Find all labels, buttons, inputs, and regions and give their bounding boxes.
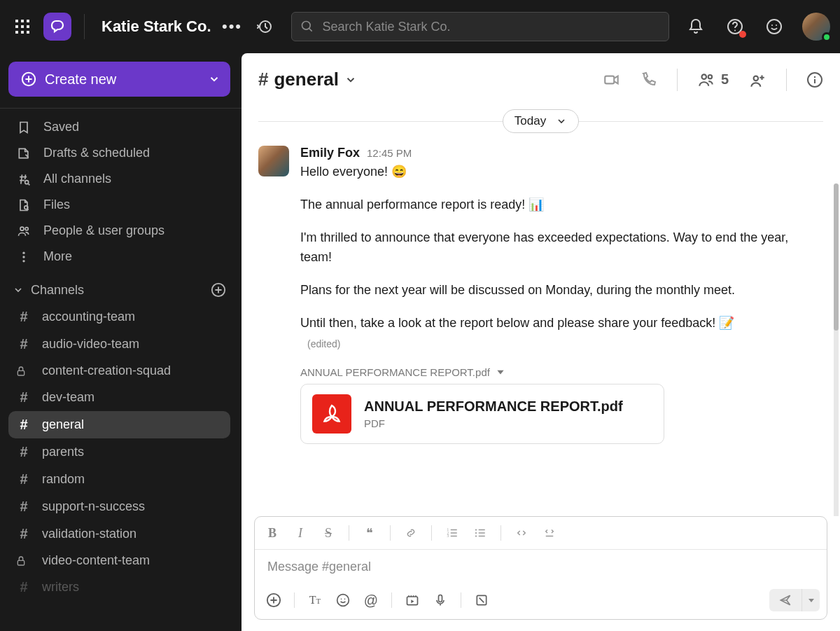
- create-new-button[interactable]: Create new: [8, 62, 230, 97]
- svg-point-22: [22, 256, 24, 258]
- scrollbar-thumb[interactable]: [834, 183, 839, 331]
- quote-button[interactable]: ❝: [358, 521, 382, 545]
- sidebar-item-saved[interactable]: Saved: [8, 114, 230, 140]
- notifications-button[interactable]: [685, 15, 707, 38]
- text-format-toggle-button[interactable]: TT: [303, 588, 327, 612]
- svg-rect-1: [21, 20, 24, 22]
- strikethrough-button[interactable]: S: [316, 521, 340, 545]
- italic-button[interactable]: I: [288, 521, 312, 545]
- file-icon: [15, 198, 32, 212]
- sidebar-item-label: Drafts & scheduled: [43, 146, 150, 160]
- message-text: Hello everyone! 😄 The annual performance…: [300, 162, 823, 354]
- ordered-list-button[interactable]: 123: [440, 521, 464, 545]
- divider: [349, 525, 349, 541]
- channel-item-validation-station[interactable]: #validation-station: [8, 520, 230, 548]
- divider: [786, 69, 787, 91]
- user-avatar[interactable]: [802, 13, 830, 41]
- bullet-list-button[interactable]: [468, 521, 492, 545]
- record-audio-button[interactable]: [428, 588, 452, 612]
- hash-icon: #: [15, 499, 32, 515]
- sidebar: Create new Saved Drafts & scheduled All …: [0, 53, 241, 631]
- mention-button[interactable]: @: [359, 588, 383, 612]
- voice-call-button[interactable]: [640, 71, 657, 88]
- channel-item-general[interactable]: #general: [8, 411, 230, 438]
- scrollbar[interactable]: [834, 183, 839, 516]
- sidebar-item-people[interactable]: People & user groups: [8, 218, 230, 244]
- sidebar-item-files[interactable]: Files: [8, 192, 230, 218]
- send-options-button[interactable]: [802, 589, 820, 611]
- day-separator: Today: [258, 109, 823, 133]
- channels-section-header[interactable]: Channels: [8, 270, 230, 303]
- day-separator-button[interactable]: Today: [503, 109, 579, 133]
- emoji-status-button[interactable]: [763, 15, 785, 38]
- sidebar-item-all-channels[interactable]: All channels: [8, 166, 230, 192]
- format-toolbar: B I S ❝ 123: [255, 517, 827, 550]
- emoji-button[interactable]: [331, 588, 355, 612]
- workspace-more-button[interactable]: •••: [221, 15, 244, 38]
- attachment-header[interactable]: ANNUAL PERFORMANCE REPORT.pdf: [300, 366, 823, 378]
- code-button[interactable]: [510, 521, 533, 545]
- channel-item-parents[interactable]: #parents: [8, 438, 230, 466]
- message-author[interactable]: Emily Fox: [300, 146, 360, 160]
- sidebar-item-label: More: [43, 249, 72, 264]
- shortcuts-button[interactable]: [470, 588, 493, 612]
- channel-item-support-n-success[interactable]: #support-n-success: [8, 493, 230, 520]
- hash-icon: #: [15, 309, 32, 325]
- caret-down-icon: [496, 367, 505, 377]
- app-logo[interactable]: [43, 13, 71, 41]
- svg-point-30: [754, 76, 759, 81]
- hash-icon: #: [15, 444, 32, 460]
- channel-name-label: dev-team: [42, 390, 94, 405]
- video-call-button[interactable]: [603, 71, 621, 89]
- message-paragraph: I'm thrilled to announce that everyone h…: [300, 228, 823, 268]
- channel-name-label: video-content-team: [42, 553, 150, 568]
- add-channel-button[interactable]: [211, 282, 226, 298]
- search-input[interactable]: [323, 20, 660, 34]
- svg-rect-6: [15, 31, 18, 34]
- attachment-filename: ANNUAL PERFORMANCE REPORT.pdf: [300, 366, 490, 378]
- message-scroll-area[interactable]: Today Emily Fox 12:45 PM Hello everyone!…: [241, 106, 840, 516]
- attachment-card[interactable]: ANNUAL PERFORMANCE REPORT.pdf PDF: [300, 384, 664, 444]
- message: Emily Fox 12:45 PM Hello everyone! 😄 The…: [258, 146, 823, 444]
- channel-item-video-content-team[interactable]: video-content-team: [8, 548, 230, 574]
- channel-name-label: audio-video-team: [42, 337, 139, 352]
- search-box[interactable]: [291, 12, 669, 41]
- record-video-button[interactable]: [400, 588, 424, 612]
- channel-item-dev-team[interactable]: #dev-team: [8, 384, 230, 411]
- sidebar-item-label: Files: [43, 197, 70, 212]
- sidebar-item-more[interactable]: More: [8, 244, 230, 270]
- message-avatar[interactable]: [258, 146, 289, 176]
- channel-title-button[interactable]: # general: [258, 69, 357, 90]
- apps-grid-button[interactable]: [11, 15, 34, 38]
- history-button[interactable]: [253, 15, 276, 38]
- svg-text:3: 3: [447, 534, 449, 538]
- svg-point-12: [734, 30, 736, 32]
- add-member-button[interactable]: [748, 71, 766, 89]
- svg-point-14: [771, 25, 773, 26]
- message-paragraph: Hello everyone! 😄: [300, 162, 823, 182]
- chevron-down-icon: [208, 73, 220, 85]
- workspace-name: Katie Stark Co.: [102, 18, 211, 36]
- link-button[interactable]: [399, 521, 423, 545]
- send-button[interactable]: [769, 589, 802, 611]
- codeblock-button[interactable]: [538, 521, 561, 545]
- channel-item-writers[interactable]: #writers: [8, 574, 230, 601]
- channel-name-label: random: [42, 472, 85, 487]
- divider: [431, 525, 432, 541]
- channel-item-accounting-team[interactable]: #accounting-team: [8, 303, 230, 331]
- channel-item-content-creation-squad[interactable]: content-creation-squad: [8, 358, 230, 384]
- bold-button[interactable]: B: [260, 521, 284, 545]
- sidebar-item-label: People & user groups: [43, 223, 164, 238]
- attach-button[interactable]: [262, 588, 286, 612]
- channel-info-button[interactable]: [806, 71, 823, 88]
- sidebar-item-drafts[interactable]: Drafts & scheduled: [8, 140, 230, 166]
- channel-item-random[interactable]: #random: [8, 466, 230, 493]
- channel-name-label: accounting-team: [42, 310, 135, 324]
- hash-icon: #: [15, 336, 32, 352]
- divider: [500, 525, 501, 541]
- channel-list: #accounting-team#audio-video-teamcontent…: [8, 303, 230, 601]
- channel-item-audio-video-team[interactable]: #audio-video-team: [8, 331, 230, 358]
- member-count-button[interactable]: 5: [697, 71, 729, 89]
- composer-input[interactable]: [267, 560, 814, 574]
- help-button[interactable]: [724, 15, 746, 38]
